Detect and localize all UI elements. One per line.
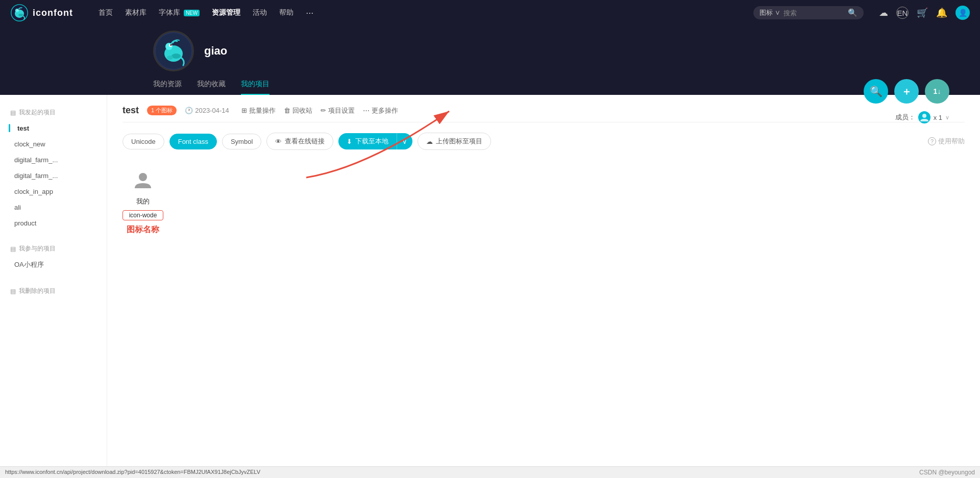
logo-text: iconfont	[33, 8, 73, 18]
svg-point-13	[922, 114, 926, 118]
icon-name-box: icon-wode	[122, 210, 163, 220]
sidebar-item-test[interactable]: test	[0, 120, 107, 136]
more-ops-btn[interactable]: ⋯ 更多操作	[363, 106, 398, 115]
icon-display-wode	[130, 167, 156, 193]
logo-area[interactable]: iconfont	[10, 4, 73, 22]
float-num-btn[interactable]: 1↓	[925, 79, 949, 104]
download-btn-group: ⬇ 下载至本地 ∨	[338, 133, 412, 149]
sidebar-item-digital-farm-2[interactable]: digital_farm_...	[0, 168, 107, 184]
icon-grid: 我的 icon-wode 图标名称	[122, 162, 965, 240]
csdn-credit: CSDN @beyoungod	[919, 469, 975, 476]
nav-resource[interactable]: 资源管理	[212, 8, 240, 17]
member-avatar	[918, 111, 930, 123]
help-circle-icon: ?	[928, 137, 936, 145]
nav-activity[interactable]: 活动	[253, 8, 267, 17]
project-content: test 1 个图标 🕐 2023-04-14 ⊞ 批量操作 🗑 回收站 ✏ 项…	[107, 95, 980, 478]
icon-sub-label: 图标名称	[127, 224, 159, 235]
search-icon[interactable]: 🔍	[848, 8, 857, 17]
profile-tabs: 我的资源 我的收藏 我的项目	[0, 80, 980, 95]
nav-fonts[interactable]: 字体库 NEW	[159, 8, 200, 17]
active-indicator	[9, 124, 10, 132]
project-meta-date: 🕐 2023-04-14	[185, 107, 229, 114]
eye-icon: 👁	[275, 138, 282, 145]
svg-point-14	[139, 173, 147, 181]
tab-my-projects[interactable]: 我的项目	[241, 80, 270, 95]
svg-point-12	[167, 56, 173, 60]
symbol-tab-btn[interactable]: Symbol	[222, 134, 261, 149]
top-nav: iconfont 首页 素材库 字体库 NEW 资源管理 活动 帮助 ··· 图…	[0, 0, 980, 26]
svg-point-3	[17, 9, 19, 11]
tab-my-resources[interactable]: 我的资源	[153, 80, 182, 95]
project-joined-icon: ▤	[10, 245, 16, 253]
profile-header: giao 我的资源 我的收藏 我的项目	[0, 26, 980, 95]
bell-icon[interactable]: 🔔	[936, 7, 947, 18]
clock-icon: 🕐	[185, 107, 193, 114]
search-type[interactable]: 图标 ∨	[760, 8, 780, 17]
nav-icons: ☁ EN 🛒 🔔 👤	[879, 6, 970, 20]
project-actions: ⊞ 批量操作 🗑 回收站 ✏ 项目设置 ⋯ 更多操作	[241, 106, 398, 115]
sidebar-section-my-joined: ▤ 我参与的项目 OA小程序	[0, 241, 107, 273]
svg-point-5	[18, 14, 23, 16]
members-expand-icon[interactable]: ∨	[945, 114, 949, 121]
nav-materials[interactable]: 素材库	[125, 8, 146, 17]
icon-item-wode: 我的 icon-wode 图标名称	[122, 167, 163, 235]
logo-icon	[10, 4, 29, 22]
sidebar-item-ali[interactable]: ali	[0, 199, 107, 215]
language-icon[interactable]: EN	[896, 7, 909, 19]
sidebar-section-title-my-joined: ▤ 我参与的项目	[0, 241, 107, 256]
sidebar-item-digital-farm-1[interactable]: digital_farm_...	[0, 152, 107, 168]
project-icon-count: 1 个图标	[147, 106, 177, 115]
tab-my-favorites[interactable]: 我的收藏	[197, 80, 226, 95]
fontclass-tab-btn[interactable]: Font class	[169, 134, 217, 149]
nav-home[interactable]: 首页	[99, 8, 113, 17]
nav-more-dots[interactable]: ···	[306, 8, 313, 18]
float-search-btn[interactable]: 🔍	[864, 79, 888, 104]
settings-btn[interactable]: ✏ 项目设置	[321, 106, 355, 115]
sidebar-section-my-deleted: ▤ 我删除的项目	[0, 284, 107, 298]
bottom-url-bar: https://www.iconfont.cn/api/project/down…	[0, 466, 980, 478]
sidebar-item-oa[interactable]: OA小程序	[0, 256, 107, 273]
download-icon: ⬇	[347, 138, 352, 145]
sidebar: ▤ 我发起的项目 test clock_new digital_farm_...…	[0, 95, 107, 478]
icon-label-mine: 我的	[136, 197, 150, 206]
sidebar-section-my-started: ▤ 我发起的项目 test clock_new digital_farm_...…	[0, 105, 107, 231]
settings-icon: ✏	[321, 107, 326, 114]
float-actions: 🔍 ＋ 1↓	[864, 79, 949, 104]
upload-cloud-icon[interactable]: ☁	[879, 7, 888, 18]
main-content: ▤ 我发起的项目 test clock_new digital_farm_...…	[0, 95, 980, 478]
svg-point-10	[170, 44, 172, 46]
profile-avatar-area: giao	[0, 31, 980, 71]
fonts-badge: NEW	[184, 10, 200, 16]
help-btn[interactable]: ? 使用帮助	[928, 137, 965, 146]
search-input[interactable]	[783, 9, 845, 17]
profile-username: giao	[204, 44, 227, 58]
project-deleted-icon: ▤	[10, 288, 16, 295]
sidebar-item-product[interactable]: product	[0, 215, 107, 231]
icon-section: 我的 icon-wode 图标名称	[122, 162, 965, 240]
unicode-tab-btn[interactable]: Unicode	[122, 134, 164, 149]
nav-links: 首页 素材库 字体库 NEW 资源管理 活动 帮助 ···	[99, 8, 738, 18]
profile-avatar	[153, 31, 194, 71]
sidebar-section-title-my-deleted: ▤ 我删除的项目	[0, 284, 107, 298]
search-area: 图标 ∨ 🔍	[753, 6, 864, 19]
batch-icon: ⊞	[241, 107, 247, 114]
sidebar-item-clock-in-app[interactable]: clock_in_app	[0, 184, 107, 199]
recycle-btn[interactable]: 🗑 回收站	[284, 106, 312, 115]
download-local-btn[interactable]: ⬇ 下载至本地	[338, 133, 397, 149]
trash-icon: 🗑	[284, 107, 290, 114]
download-dropdown-btn[interactable]: ∨	[397, 133, 412, 149]
upload-icon-btn[interactable]: ☁ 上传图标至项目	[418, 133, 491, 150]
float-add-btn[interactable]: ＋	[894, 79, 919, 104]
cart-icon[interactable]: 🛒	[917, 7, 928, 18]
batch-ops-btn[interactable]: ⊞ 批量操作	[241, 106, 276, 115]
toolbar: Unicode Font class Symbol 👁 查看在线链接 ⬇ 下载至…	[122, 133, 965, 150]
upload-icon: ☁	[426, 138, 433, 145]
sidebar-item-clock-new[interactable]: clock_new	[0, 136, 107, 152]
sidebar-section-title-my-started: ▤ 我发起的项目	[0, 105, 107, 120]
view-online-link-btn[interactable]: 👁 查看在线链接	[266, 133, 333, 150]
nav-help[interactable]: 帮助	[279, 8, 293, 17]
user-avatar-icon[interactable]: 👤	[955, 6, 970, 20]
bottom-url-text: https://www.iconfont.cn/api/project/down…	[5, 469, 260, 476]
svg-point-4	[18, 10, 18, 10]
project-started-icon: ▤	[10, 109, 16, 116]
